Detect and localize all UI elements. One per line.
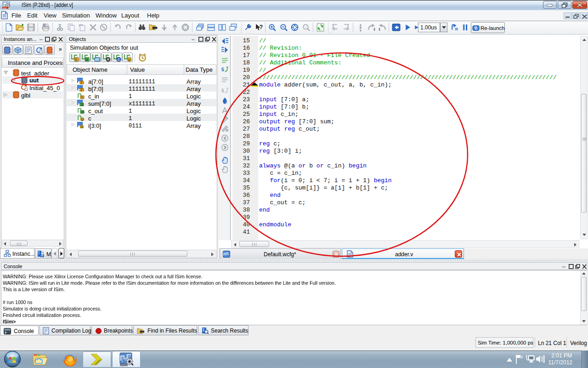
svg-text:O: O [81,103,83,106]
svg-text:U: U [128,58,130,61]
svg-text:5: 5 [221,67,224,72]
svg-text:ISim: ISim [120,363,128,367]
svg-text:I: I [81,81,82,84]
svg-text:I: I [82,96,83,99]
svg-text:ISIM: ISIM [3,7,6,9]
svg-text:?: ? [260,24,263,30]
svg-text:5: 5 [221,88,224,93]
svg-text:O: O [81,110,84,114]
svg-text:U: U [81,125,83,128]
svg-text:I: I [81,88,82,92]
svg-text:O: O [86,58,89,61]
svg-text:I: I [76,58,77,61]
svg-text:C: C [118,58,120,61]
svg-text:U: U [81,118,84,121]
svg-text:I/O: I/O [95,58,99,61]
